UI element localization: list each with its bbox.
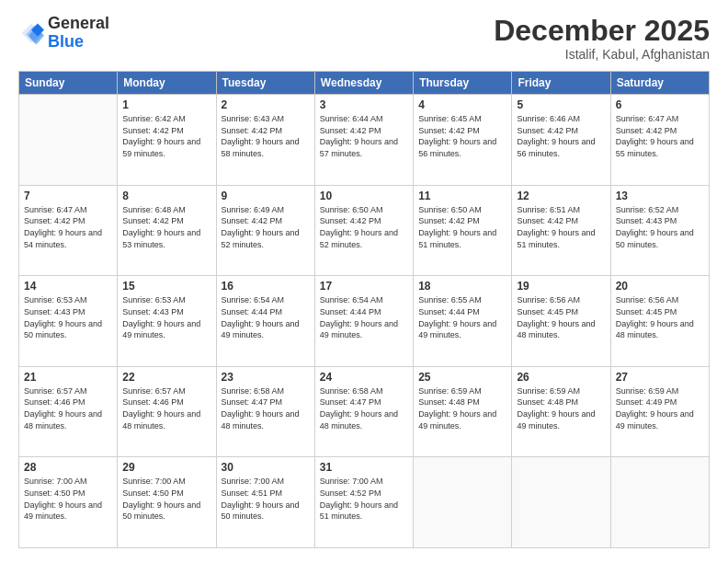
day-number: 15 bbox=[122, 280, 210, 293]
day-info: Sunrise: 7:00 AM Sunset: 4:51 PM Dayligh… bbox=[222, 476, 310, 522]
day-number: 4 bbox=[418, 98, 506, 111]
day-cell: 9Sunrise: 6:49 AM Sunset: 4:42 PM Daylig… bbox=[216, 185, 314, 276]
day-info: Sunrise: 6:50 AM Sunset: 4:42 PM Dayligh… bbox=[320, 204, 408, 250]
header: General Blue December 2025 Istalif, Kabu… bbox=[18, 15, 710, 62]
day-number: 12 bbox=[517, 190, 605, 202]
col-header-friday: Friday bbox=[512, 72, 610, 95]
day-cell: 22Sunrise: 6:57 AM Sunset: 4:46 PM Dayli… bbox=[118, 366, 216, 457]
day-cell: 2Sunrise: 6:43 AM Sunset: 4:42 PM Daylig… bbox=[216, 95, 314, 186]
day-cell bbox=[512, 457, 610, 548]
day-info: Sunrise: 6:47 AM Sunset: 4:42 PM Dayligh… bbox=[616, 113, 704, 159]
day-number: 1 bbox=[122, 98, 210, 111]
day-cell: 17Sunrise: 6:54 AM Sunset: 4:44 PM Dayli… bbox=[314, 276, 413, 367]
day-number: 14 bbox=[24, 280, 112, 293]
day-number: 25 bbox=[418, 371, 506, 384]
day-info: Sunrise: 6:59 AM Sunset: 4:49 PM Dayligh… bbox=[616, 385, 704, 431]
col-header-sunday: Sunday bbox=[19, 72, 118, 95]
week-row-1: 7Sunrise: 6:47 AM Sunset: 4:42 PM Daylig… bbox=[19, 185, 710, 276]
day-info: Sunrise: 6:56 AM Sunset: 4:45 PM Dayligh… bbox=[517, 294, 605, 340]
day-info: Sunrise: 6:59 AM Sunset: 4:48 PM Dayligh… bbox=[418, 385, 506, 431]
day-info: Sunrise: 6:50 AM Sunset: 4:42 PM Dayligh… bbox=[418, 204, 506, 250]
day-number: 6 bbox=[616, 98, 704, 111]
day-cell: 30Sunrise: 7:00 AM Sunset: 4:51 PM Dayli… bbox=[216, 457, 314, 548]
day-cell: 10Sunrise: 6:50 AM Sunset: 4:42 PM Dayli… bbox=[314, 185, 413, 276]
day-cell: 8Sunrise: 6:48 AM Sunset: 4:42 PM Daylig… bbox=[118, 185, 216, 276]
day-cell: 27Sunrise: 6:59 AM Sunset: 4:49 PM Dayli… bbox=[610, 366, 709, 457]
day-cell: 14Sunrise: 6:53 AM Sunset: 4:43 PM Dayli… bbox=[19, 276, 118, 367]
day-cell: 3Sunrise: 6:44 AM Sunset: 4:42 PM Daylig… bbox=[314, 95, 413, 186]
day-cell: 18Sunrise: 6:55 AM Sunset: 4:44 PM Dayli… bbox=[414, 276, 512, 367]
logo-blue-text: Blue bbox=[48, 32, 84, 51]
day-number: 3 bbox=[320, 98, 408, 111]
logo-text: General Blue bbox=[48, 15, 109, 52]
day-info: Sunrise: 6:56 AM Sunset: 4:45 PM Dayligh… bbox=[616, 294, 704, 340]
day-info: Sunrise: 6:49 AM Sunset: 4:42 PM Dayligh… bbox=[222, 204, 310, 250]
day-info: Sunrise: 6:53 AM Sunset: 4:43 PM Dayligh… bbox=[122, 294, 210, 340]
day-cell: 20Sunrise: 6:56 AM Sunset: 4:45 PM Dayli… bbox=[610, 276, 709, 367]
day-info: Sunrise: 6:51 AM Sunset: 4:42 PM Dayligh… bbox=[517, 204, 605, 250]
day-cell: 4Sunrise: 6:45 AM Sunset: 4:42 PM Daylig… bbox=[414, 95, 512, 186]
day-cell: 11Sunrise: 6:50 AM Sunset: 4:42 PM Dayli… bbox=[414, 185, 512, 276]
day-info: Sunrise: 6:42 AM Sunset: 4:42 PM Dayligh… bbox=[122, 113, 210, 159]
day-number: 16 bbox=[222, 280, 310, 293]
day-cell: 12Sunrise: 6:51 AM Sunset: 4:42 PM Dayli… bbox=[512, 185, 610, 276]
week-row-4: 28Sunrise: 7:00 AM Sunset: 4:50 PM Dayli… bbox=[19, 457, 710, 548]
day-info: Sunrise: 6:54 AM Sunset: 4:44 PM Dayligh… bbox=[222, 294, 310, 340]
day-cell: 31Sunrise: 7:00 AM Sunset: 4:52 PM Dayli… bbox=[314, 457, 413, 548]
day-cell: 1Sunrise: 6:42 AM Sunset: 4:42 PM Daylig… bbox=[118, 95, 216, 186]
day-info: Sunrise: 6:46 AM Sunset: 4:42 PM Dayligh… bbox=[517, 113, 605, 159]
col-header-thursday: Thursday bbox=[414, 72, 512, 95]
day-number: 5 bbox=[517, 98, 605, 111]
day-info: Sunrise: 6:44 AM Sunset: 4:42 PM Dayligh… bbox=[320, 113, 408, 159]
day-info: Sunrise: 7:00 AM Sunset: 4:50 PM Dayligh… bbox=[122, 476, 210, 522]
day-cell: 6Sunrise: 6:47 AM Sunset: 4:42 PM Daylig… bbox=[610, 95, 709, 186]
day-number: 8 bbox=[122, 190, 210, 202]
day-cell: 13Sunrise: 6:52 AM Sunset: 4:43 PM Dayli… bbox=[610, 185, 709, 276]
day-info: Sunrise: 6:58 AM Sunset: 4:47 PM Dayligh… bbox=[222, 385, 310, 431]
day-info: Sunrise: 6:59 AM Sunset: 4:48 PM Dayligh… bbox=[517, 385, 605, 431]
day-number: 29 bbox=[122, 461, 210, 474]
day-number: 21 bbox=[24, 371, 112, 384]
day-number: 7 bbox=[24, 190, 112, 202]
day-number: 19 bbox=[517, 280, 605, 293]
day-number: 18 bbox=[418, 280, 506, 293]
day-info: Sunrise: 6:45 AM Sunset: 4:42 PM Dayligh… bbox=[418, 113, 506, 159]
month-title: December 2025 bbox=[494, 15, 710, 47]
day-info: Sunrise: 6:52 AM Sunset: 4:43 PM Dayligh… bbox=[616, 204, 704, 250]
day-cell: 29Sunrise: 7:00 AM Sunset: 4:50 PM Dayli… bbox=[118, 457, 216, 548]
day-info: Sunrise: 6:57 AM Sunset: 4:46 PM Dayligh… bbox=[24, 385, 112, 431]
week-row-0: 1Sunrise: 6:42 AM Sunset: 4:42 PM Daylig… bbox=[19, 95, 710, 186]
logo: General Blue bbox=[18, 15, 109, 52]
title-block: December 2025 Istalif, Kabul, Afghanista… bbox=[494, 15, 710, 62]
day-cell: 19Sunrise: 6:56 AM Sunset: 4:45 PM Dayli… bbox=[512, 276, 610, 367]
day-number: 26 bbox=[517, 371, 605, 384]
week-row-2: 14Sunrise: 6:53 AM Sunset: 4:43 PM Dayli… bbox=[19, 276, 710, 367]
day-number: 24 bbox=[320, 371, 408, 384]
day-cell bbox=[414, 457, 512, 548]
day-number: 22 bbox=[122, 371, 210, 384]
calendar: SundayMondayTuesdayWednesdayThursdayFrid… bbox=[18, 71, 710, 548]
day-cell: 21Sunrise: 6:57 AM Sunset: 4:46 PM Dayli… bbox=[19, 366, 118, 457]
day-number: 27 bbox=[616, 371, 704, 384]
col-header-wednesday: Wednesday bbox=[314, 72, 413, 95]
col-header-saturday: Saturday bbox=[610, 72, 709, 95]
col-header-tuesday: Tuesday bbox=[216, 72, 314, 95]
day-info: Sunrise: 6:57 AM Sunset: 4:46 PM Dayligh… bbox=[122, 385, 210, 431]
day-cell: 15Sunrise: 6:53 AM Sunset: 4:43 PM Dayli… bbox=[118, 276, 216, 367]
day-cell: 5Sunrise: 6:46 AM Sunset: 4:42 PM Daylig… bbox=[512, 95, 610, 186]
day-info: Sunrise: 6:53 AM Sunset: 4:43 PM Dayligh… bbox=[24, 294, 112, 340]
logo-general-text: General bbox=[48, 14, 109, 32]
calendar-header-row: SundayMondayTuesdayWednesdayThursdayFrid… bbox=[19, 72, 710, 95]
day-cell: 24Sunrise: 6:58 AM Sunset: 4:47 PM Dayli… bbox=[314, 366, 413, 457]
day-cell: 28Sunrise: 7:00 AM Sunset: 4:50 PM Dayli… bbox=[19, 457, 118, 548]
day-info: Sunrise: 7:00 AM Sunset: 4:52 PM Dayligh… bbox=[320, 476, 408, 522]
day-number: 20 bbox=[616, 280, 704, 293]
day-cell: 7Sunrise: 6:47 AM Sunset: 4:42 PM Daylig… bbox=[19, 185, 118, 276]
day-number: 31 bbox=[320, 461, 408, 474]
logo-icon bbox=[18, 20, 44, 46]
day-info: Sunrise: 7:00 AM Sunset: 4:50 PM Dayligh… bbox=[24, 476, 112, 522]
day-cell: 25Sunrise: 6:59 AM Sunset: 4:48 PM Dayli… bbox=[414, 366, 512, 457]
page: General Blue December 2025 Istalif, Kabu… bbox=[0, 0, 728, 563]
week-row-3: 21Sunrise: 6:57 AM Sunset: 4:46 PM Dayli… bbox=[19, 366, 710, 457]
day-number: 10 bbox=[320, 190, 408, 202]
